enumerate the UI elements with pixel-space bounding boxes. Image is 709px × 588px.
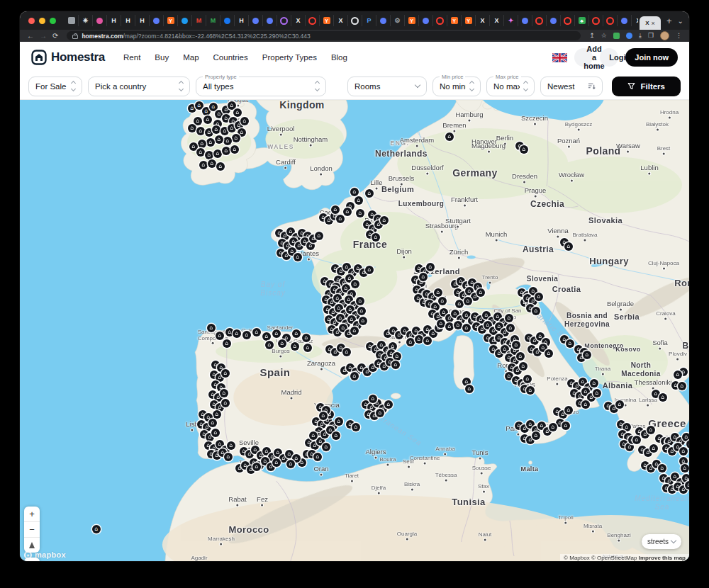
browser-tab[interactable] [248, 15, 262, 26]
property-marker[interactable]: ⌂ [462, 324, 471, 332]
window-controls[interactable] [28, 18, 56, 24]
country-select[interactable]: Pick a country [88, 77, 190, 96]
property-marker[interactable]: ⌂ [372, 233, 380, 242]
language-flag-uk[interactable] [552, 52, 567, 63]
property-marker[interactable]: ⌂ [526, 386, 535, 395]
property-marker[interactable]: ⌂ [196, 148, 205, 157]
property-marker[interactable]: ⌂ [198, 140, 206, 148]
property-marker[interactable]: ⌂ [213, 149, 222, 158]
property-marker[interactable]: ⌂ [220, 389, 228, 397]
property-marker[interactable]: ⌂ [350, 372, 359, 380]
property-marker[interactable]: ⌂ [562, 422, 570, 430]
property-marker[interactable]: ⌂ [357, 307, 366, 315]
property-marker[interactable]: ⌂ [454, 321, 462, 329]
nav-item-countries[interactable]: Countries [213, 53, 248, 62]
browser-tab[interactable]: Y [447, 15, 461, 26]
property-marker[interactable]: ⌂ [343, 208, 352, 216]
property-marker[interactable]: ⌂ [221, 369, 230, 378]
property-marker[interactable]: ⌂ [331, 205, 340, 214]
nav-item-map[interactable]: Map [183, 53, 199, 62]
active-tab[interactable]: X × [640, 16, 661, 30]
extension-blue-icon[interactable] [626, 33, 632, 39]
property-marker[interactable]: ⌂ [213, 410, 221, 419]
property-marker[interactable]: ⌂ [224, 453, 233, 461]
property-marker[interactable]: ⌂ [350, 188, 359, 196]
property-marker[interactable]: ⌂ [227, 441, 235, 450]
browser-tab[interactable]: ⚙ [390, 15, 404, 26]
property-marker[interactable]: ⌂ [252, 328, 261, 337]
zoom-in-button[interactable]: + [24, 507, 40, 522]
browser-tab[interactable] [262, 15, 277, 26]
side-panel-icon[interactable]: ❐ [648, 33, 654, 39]
property-marker[interactable]: ⌂ [532, 431, 540, 440]
property-marker[interactable]: ⌂ [350, 327, 359, 335]
property-marker[interactable]: ⌂ [356, 297, 364, 305]
nav-item-blog[interactable]: Blog [331, 53, 347, 62]
property-marker[interactable]: ⌂ [302, 334, 311, 342]
browser-tab[interactable]: H [234, 15, 248, 26]
property-marker[interactable]: ⌂ [332, 431, 340, 440]
property-marker[interactable]: ⌂ [342, 348, 351, 356]
browser-tab[interactable] [277, 15, 291, 26]
property-marker[interactable]: ⌂ [292, 329, 301, 338]
property-marker[interactable]: ⌂ [464, 297, 472, 305]
attribution-improve-link[interactable]: Improve this map [639, 555, 686, 561]
property-marker[interactable]: ⌂ [391, 361, 400, 369]
browser-tab[interactable] [220, 15, 234, 26]
login-button[interactable]: Login [600, 48, 618, 67]
property-marker[interactable]: ⌂ [506, 324, 515, 332]
browser-tab[interactable] [518, 15, 532, 26]
geolocate-button[interactable]: ⌖ [24, 558, 40, 561]
property-marker[interactable]: ⌂ [519, 362, 527, 371]
property-marker[interactable]: ⌂ [221, 399, 230, 407]
property-marker[interactable]: ⌂ [315, 232, 323, 240]
browser-tab[interactable] [376, 15, 390, 26]
browser-tab[interactable] [546, 15, 560, 26]
property-marker[interactable]: ⌂ [632, 436, 641, 444]
property-marker[interactable]: ⌂ [359, 317, 367, 325]
browser-tab[interactable]: M [206, 15, 220, 26]
browser-tab[interactable] [617, 15, 631, 26]
property-marker[interactable]: ⌂ [590, 379, 598, 388]
property-marker[interactable]: ⌂ [199, 161, 208, 169]
property-marker[interactable]: ⌂ [208, 159, 216, 168]
property-marker[interactable]: ⌂ [545, 349, 553, 358]
property-marker[interactable]: ⌂ [223, 137, 232, 145]
property-marker[interactable]: ⌂ [230, 145, 239, 154]
browser-menu-icon[interactable]: ⋮ [676, 33, 682, 39]
property-marker[interactable]: ⌂ [206, 138, 215, 147]
rooms-select[interactable]: Rooms [347, 77, 427, 96]
property-marker[interactable]: ⌂ [352, 423, 360, 431]
maximize-window-button[interactable] [50, 18, 56, 24]
tab-search-chevron-icon[interactable]: ⌄ [678, 17, 683, 25]
property-marker[interactable]: ⌂ [233, 329, 241, 338]
property-marker[interactable]: ⌂ [272, 329, 281, 338]
close-tab-icon[interactable]: × [652, 20, 655, 27]
property-marker[interactable]: ⌂ [465, 385, 474, 393]
property-marker[interactable]: ⌂ [380, 216, 389, 225]
property-marker[interactable]: ⌂ [505, 314, 513, 322]
browser-tab[interactable] [560, 15, 574, 26]
minimize-window-button[interactable] [39, 18, 45, 24]
property-marker[interactable]: ⌂ [384, 400, 393, 409]
nav-item-property-types[interactable]: Property Types [262, 53, 317, 62]
browser-tab[interactable]: H [106, 15, 121, 26]
bookmark-star-icon[interactable]: ☆ [601, 33, 607, 39]
attribution-mapbox[interactable]: © Mapbox [564, 555, 590, 561]
property-marker[interactable]: ⌂ [205, 151, 213, 159]
property-marker[interactable]: ⌂ [215, 135, 223, 144]
forward-button[interactable]: → [40, 33, 47, 40]
add-a-home-button[interactable]: Add a home [574, 48, 593, 67]
property-marker[interactable]: ⌂ [92, 525, 101, 533]
property-marker[interactable]: ⌂ [564, 242, 573, 251]
property-marker[interactable]: ⌂ [322, 443, 330, 451]
property-marker[interactable]: ⌂ [419, 273, 428, 281]
property-marker[interactable]: ⌂ [566, 339, 574, 348]
property-marker[interactable]: ⌂ [679, 447, 688, 456]
browser-tab[interactable]: ✳ [78, 15, 92, 26]
nav-item-buy[interactable]: Buy [155, 53, 169, 62]
browser-tab[interactable]: M [191, 15, 206, 26]
browser-tab[interactable]: Y [319, 15, 333, 26]
property-marker[interactable]: ⌂ [549, 423, 557, 431]
extension-green-icon[interactable] [613, 33, 620, 39]
